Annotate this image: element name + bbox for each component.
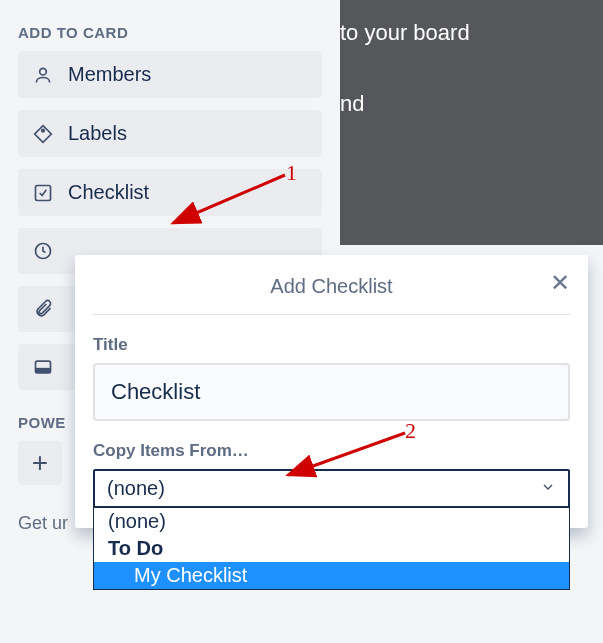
background-overlay: to your board nd: [340, 0, 603, 245]
add-powerup-button[interactable]: +: [18, 441, 62, 485]
chevron-down-icon: [540, 477, 556, 500]
person-icon: [32, 64, 54, 86]
checklist-button[interactable]: Checklist: [18, 169, 322, 216]
labels-button[interactable]: Labels: [18, 110, 322, 157]
paperclip-icon: [32, 298, 54, 320]
tag-icon: [32, 123, 54, 145]
checkbox-icon: [32, 182, 54, 204]
popover-title: Add Checklist: [270, 275, 392, 298]
option-none[interactable]: (none): [94, 508, 569, 535]
section-header: ADD TO CARD: [18, 24, 322, 41]
members-button[interactable]: Members: [18, 51, 322, 98]
plus-icon: +: [32, 447, 48, 479]
popover-header: Add Checklist ✕: [93, 269, 570, 315]
select-display[interactable]: (none): [93, 469, 570, 508]
svg-point-0: [40, 68, 47, 75]
cover-icon: [32, 356, 54, 378]
background-text: nd: [340, 91, 603, 117]
checklist-title-input[interactable]: [93, 363, 570, 421]
close-icon[interactable]: ✕: [550, 271, 570, 295]
svg-point-1: [42, 129, 45, 132]
select-value: (none): [107, 477, 165, 500]
copy-items-label: Copy Items From…: [93, 441, 570, 461]
add-checklist-popover: Add Checklist ✕ Title Copy Items From… (…: [75, 255, 588, 528]
select-dropdown: (none) To Do My Checklist: [93, 508, 570, 590]
button-label: Labels: [68, 122, 127, 145]
title-label: Title: [93, 335, 570, 355]
background-text: to your board: [340, 20, 603, 46]
svg-rect-5: [36, 368, 51, 373]
button-label: Members: [68, 63, 151, 86]
copy-items-select[interactable]: (none) (none) To Do My Checklist: [93, 469, 570, 508]
option-my-checklist[interactable]: My Checklist: [94, 562, 569, 589]
clock-icon: [32, 240, 54, 262]
button-label: Checklist: [68, 181, 149, 204]
option-group-todo: To Do: [94, 535, 569, 562]
